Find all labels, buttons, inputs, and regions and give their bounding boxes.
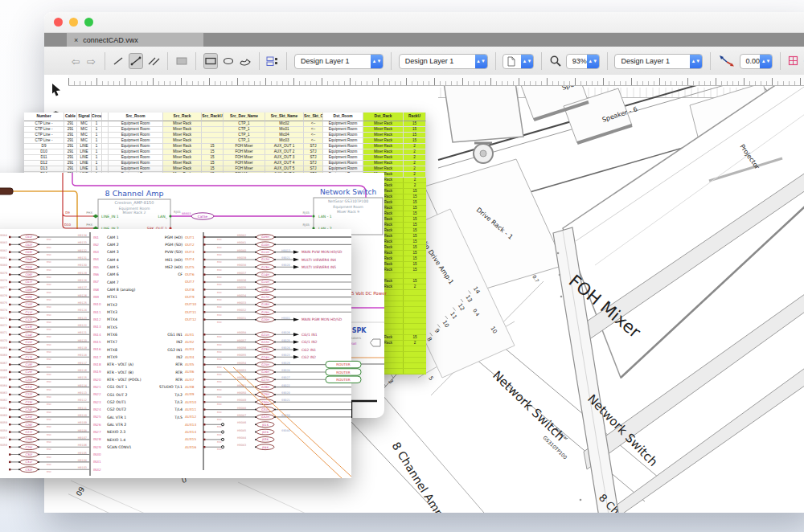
table-cell: 1: [92, 133, 102, 138]
rack-strip-u: 15: [404, 223, 426, 227]
table-row[interactable]: CTP Line -291MIC1Equipment RoomMixer Rac…: [24, 127, 426, 133]
table-row[interactable]: D9291LINE1Equipment RoomMixer Rack15FOH …: [24, 144, 426, 149]
dropdown-stepper-icon[interactable]: ▲▼: [475, 55, 487, 68]
table-row[interactable]: D13291LINE1Equipment RoomMixer Rack15FOH…: [24, 166, 426, 172]
table-row[interactable]: D11291LINE1Equipment RoomMixer Rack15FOH…: [24, 155, 426, 161]
svg-text:G27H: G27H: [261, 379, 269, 382]
selection-cursor-icon[interactable]: [49, 83, 64, 97]
freeform-tool-icon[interactable]: [239, 53, 252, 69]
table-cell: 15: [202, 155, 224, 161]
output-row: OUT11H9032BNCG19H: [185, 309, 351, 316]
zoom-level-dropdown[interactable]: 93% ▲▼: [566, 54, 600, 69]
svg-text:H9110: H9110: [78, 414, 87, 417]
table-cell: Equipment Room: [323, 149, 363, 155]
connect-tool-icon[interactable]: [129, 53, 143, 69]
zoom-window-button[interactable]: [84, 18, 93, 27]
svg-text:OUT4: OUT4: [185, 257, 195, 261]
table-row[interactable]: CTP Line -291MIC1Equipment RoomMixer Rac…: [24, 133, 426, 138]
table-cell: Mic01: [265, 127, 304, 133]
axes-icon[interactable]: [718, 53, 736, 69]
column-header[interactable]: Src_RackU: [202, 113, 224, 121]
dropdown-stepper-icon[interactable]: ▲▼: [760, 55, 772, 68]
svg-text:BNC: BNC: [217, 268, 222, 272]
zoom-search-icon[interactable]: [549, 53, 562, 69]
table-cell: Mixer Rack: [363, 155, 404, 161]
tab-close-icon[interactable]: ×: [74, 36, 78, 44]
column-header[interactable]: Signal: [77, 113, 92, 121]
table-row[interactable]: CTP Line -291MIC1Equipment RoomMixer Rac…: [24, 138, 426, 144]
dropdown-stepper-icon[interactable]: ▲▼: [371, 55, 383, 68]
column-header[interactable]: Src_Skt_Conn: [304, 113, 323, 121]
back-icon[interactable]: ⇦: [70, 53, 81, 69]
minimize-window-button[interactable]: [69, 18, 78, 27]
input-row: H9079C06FH9129BNCIN6CAM 6: [0, 272, 119, 279]
schematic-window-router[interactable]: H9084C01FH9134BNCIN1CAM 1H9083C02FH9133B…: [0, 229, 351, 478]
table-cell: Mixer Rack: [163, 133, 202, 138]
design-layer-dropdown-3[interactable]: Design Layer 1 ▲▼: [614, 54, 702, 69]
svg-text:IN17: IN17: [93, 355, 101, 359]
dropdown-stepper-icon[interactable]: ▲▼: [521, 55, 533, 68]
table-row[interactable]: CTP Line -291MIC1Equipment RoomMixer Rac…: [24, 121, 426, 127]
tab-connectcad[interactable]: × connectCAD.vwx: [67, 33, 203, 47]
column-header[interactable]: Dst_Room: [323, 113, 363, 121]
svg-text:PGM (SD): PGM (SD): [165, 243, 183, 247]
svg-text:IN9: IN9: [93, 295, 99, 299]
router-schematic: H9084C01FH9134BNCIN1CAM 1H9083C02FH9133B…: [0, 229, 351, 478]
svg-text:OUT1: OUT1: [185, 235, 195, 239]
table-cell: FOH Mixer: [224, 161, 265, 166]
design-layer-dropdown-1[interactable]: Design Layer 1 ▲▼: [294, 54, 384, 69]
sheet-dropdown[interactable]: ▲▼: [503, 54, 534, 69]
svg-text:H9131: H9131: [78, 256, 87, 260]
svg-text:H9069: H9069: [0, 346, 7, 350]
table-cell: FOH Mixer: [224, 155, 265, 161]
forward-icon[interactable]: ⇨: [85, 53, 96, 69]
column-header[interactable]: Circuit: [92, 113, 102, 121]
toolbar-divider: [391, 52, 392, 70]
table-cell: 291: [64, 149, 77, 155]
filled-rectangle-tool-icon[interactable]: [175, 53, 188, 69]
svg-text:IN28: IN28: [93, 437, 101, 441]
rack-strip-u: [404, 352, 426, 357]
column-header[interactable]: [102, 113, 109, 121]
report-grid-icon[interactable]: [788, 53, 799, 69]
svg-text:H9125: H9125: [78, 301, 87, 305]
svg-text:H9075: H9075: [0, 301, 7, 305]
column-header[interactable]: Src_Room: [109, 113, 163, 121]
design-layer-dropdown-2[interactable]: Design Layer 1 ▲▼: [399, 54, 488, 69]
column-header[interactable]: Src_Dev_Name: [224, 113, 265, 121]
svg-text:AUX7: AUX7: [185, 378, 195, 382]
svg-text:H9070: H9070: [0, 339, 7, 342]
svg-text:BNC: BNC: [47, 425, 51, 428]
table-cell: STJ: [304, 155, 323, 161]
close-window-button[interactable]: [54, 18, 63, 27]
svg-text:NetGear GS310TP100: NetGear GS310TP100: [328, 199, 368, 203]
dropdown-stepper-icon[interactable]: ▲▼: [690, 55, 702, 68]
dropdown-stepper-icon[interactable]: ▲▼: [587, 55, 599, 68]
organize-grid-icon[interactable]: [266, 53, 279, 69]
svg-text:CAM 1: CAM 1: [107, 235, 119, 239]
svg-text:G15H: G15H: [261, 280, 269, 284]
ellipse-tool-icon[interactable]: [222, 53, 235, 69]
svg-text:G13H: G13H: [261, 266, 269, 269]
svg-text:H9127: H9127: [78, 286, 87, 289]
angle-dropdown[interactable]: 0.00 ▲▼: [740, 54, 773, 69]
input-row: H9080C05FH9130BNCIN5CAM 5: [0, 264, 119, 271]
table-cell: 291: [64, 161, 77, 166]
svg-text:RTR: RTR: [175, 378, 183, 382]
svg-text:ROUTER: ROUTER: [336, 378, 350, 382]
svg-text:H9035: H9035: [237, 286, 246, 289]
svg-text:BNC: BNC: [47, 313, 51, 317]
column-header[interactable]: Number: [24, 113, 64, 121]
double-line-tool-icon[interactable]: [147, 53, 160, 69]
svg-text:AUX6: AUX6: [185, 370, 195, 374]
column-header[interactable]: RackU: [404, 113, 426, 121]
column-header[interactable]: Src_Skt_Name: [265, 113, 304, 121]
column-header[interactable]: Src_Rack: [163, 113, 202, 121]
column-header[interactable]: Cable: [64, 113, 77, 121]
table-row[interactable]: D12291LINE1Equipment RoomMixer Rack15FOH…: [24, 161, 426, 166]
toolbar-divider: [780, 52, 781, 70]
column-header[interactable]: Dst_Rack: [363, 113, 404, 121]
table-row[interactable]: D10291LINE1Equipment RoomMixer Rack15FOH…: [24, 149, 426, 155]
line-tool-icon[interactable]: [112, 53, 125, 69]
rectangle-tool-icon[interactable]: [203, 53, 218, 69]
